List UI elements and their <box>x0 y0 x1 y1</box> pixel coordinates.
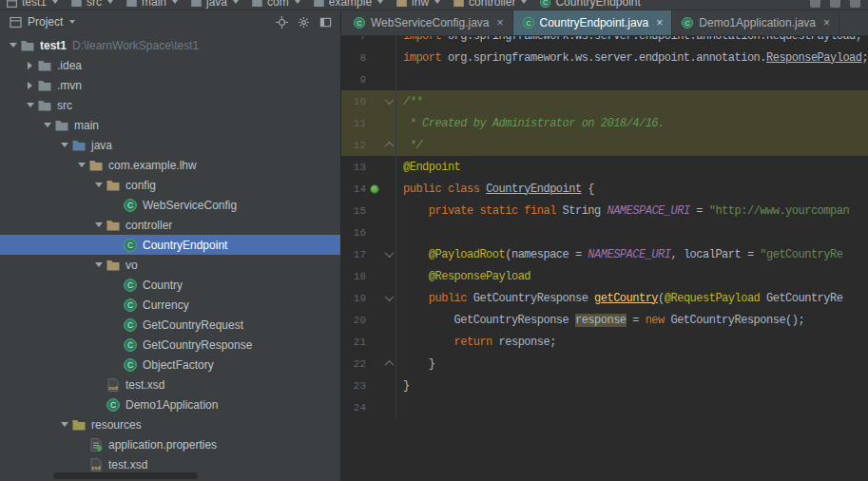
tree-item-currency[interactable]: CCurrency <box>0 295 340 315</box>
tree-item-java[interactable]: java <box>0 135 340 155</box>
tree-item-country[interactable]: CCountry <box>0 275 340 295</box>
breadcrumb-src[interactable]: src <box>70 0 113 9</box>
breadcrumb-countryendpoint[interactable]: CCountryEndpoint <box>539 0 640 9</box>
code-line-8[interactable]: 8import org.springframework.ws.server.en… <box>341 47 868 68</box>
tree-item-webserviceconfig[interactable]: CWebServiceConfig <box>0 195 340 215</box>
fold-marker[interactable] <box>382 90 396 112</box>
line-number[interactable]: 10 <box>341 96 366 107</box>
line-number[interactable]: 13 <box>341 162 366 173</box>
code-line-11[interactable]: 11 * Created by Administrator on 2018/4/… <box>341 112 868 134</box>
code-line-18[interactable]: 18 @ResponsePayload <box>341 265 868 287</box>
tree-item-resources[interactable]: resources <box>0 414 340 434</box>
fold-expand-icon[interactable] <box>384 248 394 258</box>
breadcrumb-test1[interactable]: test1 <box>6 0 58 9</box>
fold-collapse-icon[interactable] <box>384 142 394 151</box>
line-number[interactable]: 23 <box>341 380 366 392</box>
code-line-19[interactable]: 19 public GetCountryResponse getCountry(… <box>341 287 868 309</box>
fold-marker[interactable] <box>382 353 396 375</box>
line-number[interactable]: 14 <box>341 183 366 195</box>
line-number[interactable]: 19 <box>341 293 366 304</box>
tree-item-test-xsd[interactable]: xsdtest.xsd <box>0 375 340 394</box>
tree-chevron-icon[interactable] <box>91 255 106 275</box>
close-icon[interactable]: × <box>823 17 830 29</box>
code-line-7[interactable]: 7import org.springframework.ws.server.en… <box>341 36 868 47</box>
code-line-24[interactable]: 24 <box>341 396 868 418</box>
tree-item-controller[interactable]: controller <box>0 215 340 235</box>
fold-collapse-icon[interactable] <box>384 360 394 370</box>
tab-webserviceconfig-java[interactable]: CWebServiceConfig.java× <box>344 10 513 35</box>
fold-marker[interactable] <box>382 243 396 265</box>
code-line-21[interactable]: 21 return response; <box>341 331 868 353</box>
tree-item-demo1application[interactable]: CDemo1Application <box>0 394 340 414</box>
gear-icon[interactable] <box>296 14 311 29</box>
line-number[interactable]: 12 <box>341 140 366 151</box>
project-horizontal-scrollbar[interactable] <box>53 472 198 479</box>
tree-item-com-example-lhw[interactable]: com.example.lhw <box>0 155 340 175</box>
spring-bean-gutter[interactable] <box>366 184 382 194</box>
code-line-9[interactable]: 9 <box>341 68 868 90</box>
tree-item-config[interactable]: config <box>0 175 340 195</box>
tree-chevron-icon[interactable] <box>91 215 106 235</box>
breadcrumb-com[interactable]: com <box>251 0 300 9</box>
toolbar-icon-2[interactable] <box>830 0 840 8</box>
line-number[interactable]: 17 <box>341 249 366 260</box>
tree-chevron-icon[interactable] <box>74 155 88 175</box>
tree-item-countryendpoint[interactable]: CCountryEndpoint <box>0 235 340 255</box>
tree-chevron-icon[interactable] <box>91 175 106 195</box>
tab-demo1application-java[interactable]: CDemo1Application.java× <box>672 10 839 35</box>
line-number[interactable]: 24 <box>341 402 366 414</box>
code-line-23[interactable]: 23} <box>341 375 868 396</box>
code-line-14[interactable]: 14public class CountryEndpoint { <box>341 178 868 200</box>
tree-item-idea[interactable]: .idea <box>0 55 340 75</box>
breadcrumb-lhw[interactable]: lhw <box>395 0 440 9</box>
line-number[interactable]: 18 <box>341 271 366 282</box>
code-line-20[interactable]: 20 GetCountryResponse response = new Get… <box>341 309 868 331</box>
tree-chevron-icon[interactable] <box>23 75 37 95</box>
tree-chevron-icon[interactable] <box>23 95 37 115</box>
breadcrumb-example[interactable]: example <box>313 0 383 9</box>
locate-icon[interactable] <box>274 14 289 29</box>
line-number[interactable]: 20 <box>341 315 366 326</box>
line-number[interactable]: 22 <box>341 358 366 370</box>
code-line-13[interactable]: 13@Endpoint <box>341 156 868 178</box>
project-panel-title[interactable]: Project <box>28 15 63 29</box>
close-icon[interactable]: × <box>656 17 663 29</box>
line-number[interactable]: 15 <box>341 205 366 217</box>
fold-expand-icon[interactable] <box>384 292 394 301</box>
tree-item-src[interactable]: src <box>0 95 340 115</box>
tree-item-test1[interactable]: test1D:\learnWorkSpace\test1 <box>0 35 340 55</box>
line-number[interactable]: 21 <box>341 337 366 348</box>
toolbar-icon-1[interactable] <box>810 0 820 8</box>
code-editor[interactable]: 7import org.springframework.ws.server.en… <box>341 36 868 481</box>
code-line-15[interactable]: 15 private static final String NAMESPACE… <box>341 200 868 221</box>
close-icon[interactable]: × <box>497 17 504 29</box>
breadcrumb-main[interactable]: main <box>125 0 178 9</box>
spring-bean-icon[interactable] <box>370 184 379 194</box>
tree-item-test-xsd[interactable]: xsdtest.xsd <box>0 454 340 474</box>
code-line-17[interactable]: 17 @PayloadRoot(namespace = NAMESPACE_UR… <box>341 243 868 265</box>
line-number[interactable]: 16 <box>341 227 366 239</box>
line-number[interactable]: 8 <box>341 52 366 64</box>
breadcrumb-java[interactable]: java <box>190 0 239 9</box>
tree-item-getcountryrequest[interactable]: CGetCountryRequest <box>0 315 340 335</box>
tab-countryendpoint-java[interactable]: CCountryEndpoint.java× <box>513 10 673 35</box>
fold-expand-icon[interactable] <box>384 95 394 105</box>
tree-item-main[interactable]: main <box>0 115 340 135</box>
tree-item-getcountryresponse[interactable]: CGetCountryResponse <box>0 335 340 355</box>
tree-item-application-properties[interactable]: application.properties <box>0 434 340 454</box>
line-number[interactable]: 9 <box>341 74 366 86</box>
tree-chevron-icon[interactable] <box>6 35 20 55</box>
fold-marker[interactable] <box>382 134 396 156</box>
code-line-16[interactable]: 16 <box>341 221 868 243</box>
breadcrumb-controller[interactable]: controller <box>453 0 527 9</box>
line-number[interactable]: 11 <box>341 118 366 129</box>
tree-item-mvn[interactable]: .mvn <box>0 75 340 95</box>
tree-chevron-icon[interactable] <box>57 414 71 434</box>
tree-chevron-icon[interactable] <box>40 115 54 135</box>
tree-item-vo[interactable]: vo <box>0 255 340 275</box>
line-number[interactable]: 7 <box>341 36 366 42</box>
hide-panel-icon[interactable] <box>318 14 333 29</box>
code-line-10[interactable]: 10/** <box>341 90 868 112</box>
fold-marker[interactable] <box>382 287 396 309</box>
toolbar-icon-3[interactable] <box>850 0 860 8</box>
